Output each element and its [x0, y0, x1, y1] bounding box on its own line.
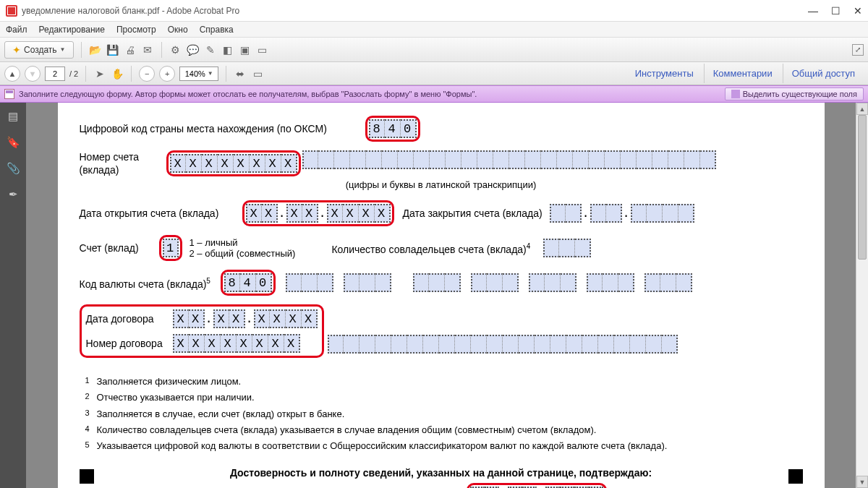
close-date-month[interactable]: [590, 204, 622, 223]
account-type-legend-2: 2 – общий (совместный): [190, 248, 296, 259]
attachment-icon[interactable]: 📎: [7, 162, 20, 175]
pdf-page: Цифровой код страны места нахождения (по…: [58, 103, 825, 488]
main-toolbar: ✦ Создать ▼ 📂 💾 🖨 ✉ ⚙ 💬 ✎ ◧ ▣ ▭ ⤢: [0, 38, 868, 62]
window-title: уведомление налоговой бланк.pdf - Adobe …: [22, 6, 239, 16]
open-date-highlight: XX . XX . XXXX: [242, 200, 394, 226]
page-number-input[interactable]: 2: [45, 67, 65, 81]
fit-width-icon[interactable]: ⬌: [234, 67, 247, 80]
zoom-input[interactable]: 140%▼: [179, 67, 218, 81]
account-number-rest[interactable]: [302, 150, 716, 169]
country-code-field[interactable]: 840: [369, 119, 417, 138]
footnotes: 1Заполняется физическим лицом. 2Отчество…: [80, 374, 803, 453]
stamp-icon[interactable]: ◧: [221, 43, 234, 56]
currency-field-6[interactable]: [529, 273, 576, 292]
contract-date-year[interactable]: XXXX: [254, 309, 318, 328]
contract-date-month[interactable]: XX: [213, 309, 245, 328]
currency-field-5[interactable]: [471, 273, 519, 292]
marker-left: [80, 469, 94, 484]
menu-file[interactable]: Файл: [6, 25, 27, 35]
page-down-button[interactable]: ▼: [25, 66, 41, 82]
pdf-icon: [6, 5, 17, 17]
open-icon[interactable]: 📂: [89, 43, 102, 56]
account-num-highlight: XXXXXXXX: [166, 150, 301, 176]
close-date-label: Дата закрытия счета (вклада): [403, 207, 550, 219]
left-nav-sidebar: ▤ 🔖 📎 ✒: [0, 103, 26, 488]
open-date-month[interactable]: XX: [286, 204, 318, 223]
country-code-highlight: 840: [365, 116, 420, 142]
share-panel-link[interactable]: Общий доступ: [783, 64, 864, 83]
close-button[interactable]: ✕: [854, 5, 862, 17]
menu-view[interactable]: Просмотр: [116, 25, 156, 35]
highlight-fields-button[interactable]: Выделить существующие поля: [725, 87, 864, 100]
star-icon: ✦: [12, 44, 21, 56]
page-count: / 2: [69, 69, 78, 78]
tools-panel-link[interactable]: Инструменты: [626, 64, 702, 83]
nav-toolbar: ▲ ▼ 2 / 2 ➤ ✋ − + 140%▼ ⬌ ▭ Инструменты …: [0, 62, 868, 85]
form-icon: [4, 89, 14, 99]
currency-field-8[interactable]: [644, 273, 692, 292]
confirm-text: Достоверность и полноту сведений, указан…: [80, 467, 803, 479]
account-number-field[interactable]: XXXXXXXX: [170, 154, 297, 173]
open-date-year[interactable]: XXXX: [327, 204, 391, 223]
zoom-in-button[interactable]: +: [159, 66, 175, 82]
save-icon[interactable]: 💾: [106, 43, 119, 56]
account-num-note: (цифры и буквы в латинской транскрипции): [80, 179, 803, 190]
attach-icon[interactable]: ▣: [239, 43, 252, 56]
contract-num-label: Номер договора: [86, 338, 173, 349]
currency-field-7[interactable]: [587, 273, 634, 292]
account-type-highlight: 1: [159, 235, 182, 261]
form-info-text: Заполните следующую форму. Автор формы м…: [19, 90, 477, 98]
document-area: Цифровой код страны места нахождения (по…: [26, 103, 856, 488]
currency-field-3[interactable]: [344, 273, 391, 292]
signature-date-highlight: 27.02.2021: [467, 483, 607, 488]
account-type-field[interactable]: 1: [163, 239, 179, 257]
country-code-label: Цифровой код страны места нахождения (по…: [80, 123, 365, 134]
highlight-icon: [731, 90, 740, 98]
maximize-button[interactable]: ☐: [831, 5, 841, 17]
comments-panel-link[interactable]: Комментарии: [704, 64, 781, 83]
bookmark-icon[interactable]: 🔖: [7, 136, 20, 149]
menu-window[interactable]: Окно: [168, 25, 188, 35]
menu-bar: Файл Редактирование Просмотр Окно Справк…: [0, 22, 868, 38]
currency-field-4[interactable]: [413, 273, 461, 292]
coowners-label: Количество совладельцев счета (вклада): [331, 243, 526, 254]
contract-date-day[interactable]: XX: [173, 309, 205, 328]
page-up-button[interactable]: ▲: [4, 66, 20, 82]
currency-field-2[interactable]: [286, 273, 333, 292]
contract-num-field[interactable]: XXXXXXXX: [173, 334, 300, 353]
mail-icon[interactable]: ✉: [141, 43, 154, 56]
pointer-icon[interactable]: ➤: [93, 67, 106, 80]
fit-page-icon[interactable]: ▭: [251, 67, 264, 80]
menu-edit[interactable]: Редактирование: [39, 25, 105, 35]
vertical-scrollbar[interactable]: ▲ ▼: [856, 103, 868, 488]
contract-date-label: Дата договора: [86, 313, 173, 325]
scroll-thumb[interactable]: [858, 115, 867, 260]
contract-highlight: Дата договора XX . XX . XXXX Номер догов…: [80, 304, 324, 358]
account-type-legend-1: 1 – личный: [190, 237, 238, 248]
print-icon[interactable]: 🖨: [124, 43, 137, 56]
expand-toolbar-icon[interactable]: ⤢: [852, 44, 864, 56]
edit-icon[interactable]: ✎: [204, 43, 217, 56]
close-date-day[interactable]: [550, 204, 582, 223]
menu-help[interactable]: Справка: [200, 25, 234, 35]
coowners-field[interactable]: [543, 239, 591, 257]
hand-icon[interactable]: ✋: [111, 67, 124, 80]
thumbnails-icon[interactable]: ▤: [7, 110, 20, 123]
account-num-label-1: Номер счета: [80, 151, 139, 163]
sign-icon[interactable]: ▭: [256, 43, 269, 56]
gear-icon[interactable]: ⚙: [169, 43, 182, 56]
contract-num-rest[interactable]: [328, 335, 678, 354]
open-date-day[interactable]: XX: [246, 204, 278, 223]
account-type-label: Счет (вклад): [80, 242, 159, 254]
zoom-out-button[interactable]: −: [139, 66, 155, 82]
marker-right: [788, 469, 803, 484]
close-date-year[interactable]: [631, 204, 694, 223]
currency-field[interactable]: 840: [224, 273, 272, 292]
comment-icon[interactable]: 💬: [187, 43, 200, 56]
scroll-down-button[interactable]: ▼: [856, 476, 868, 488]
create-button[interactable]: ✦ Создать ▼: [4, 41, 74, 59]
scroll-up-button[interactable]: ▲: [856, 103, 868, 115]
minimize-button[interactable]: —: [808, 5, 818, 17]
signatures-icon[interactable]: ✒: [7, 188, 20, 201]
currency-label: Код валюты счета (вклада): [80, 278, 207, 289]
